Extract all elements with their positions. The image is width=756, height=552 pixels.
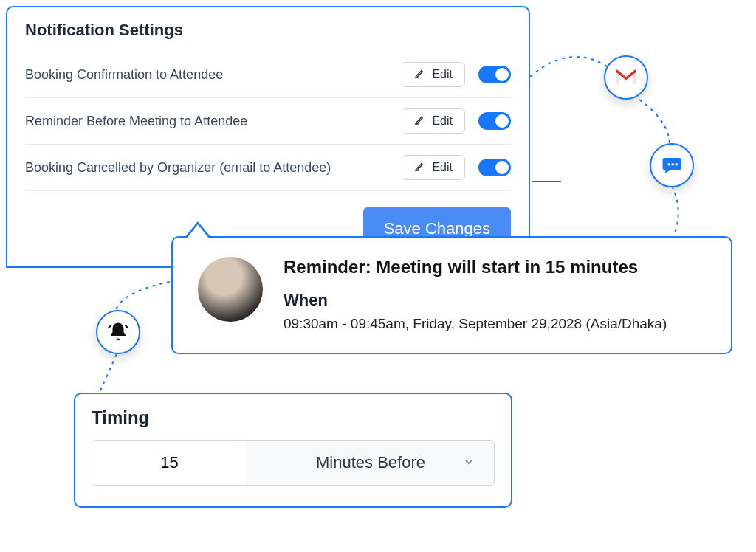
edit-button-label: Edit	[432, 68, 453, 81]
edit-button[interactable]: Edit	[402, 108, 465, 134]
reminder-title: Reminder: Meeting will start in 15 minut…	[284, 257, 667, 277]
timing-value-input[interactable]	[92, 441, 247, 485]
divider-line	[532, 181, 561, 182]
edit-button[interactable]: Edit	[402, 62, 465, 87]
notification-settings-card: Notification Settings Booking Confirmati…	[6, 6, 530, 268]
row-actions: Edit	[402, 108, 511, 134]
svg-point-1	[672, 163, 675, 166]
setting-row-confirmation: Booking Confirmation to Attendee Edit	[25, 52, 511, 98]
timing-row: Minutes Before	[92, 440, 495, 486]
timing-card: Timing Minutes Before	[74, 393, 512, 508]
pencil-icon	[414, 67, 426, 82]
pencil-icon	[414, 114, 426, 128]
setting-label: Booking Confirmation to Attendee	[25, 67, 223, 83]
row-actions: Edit	[402, 155, 511, 180]
svg-point-0	[668, 163, 671, 166]
chevron-down-icon	[463, 453, 475, 472]
setting-label: Booking Cancelled by Organizer (email to…	[25, 160, 331, 176]
pencil-icon	[414, 160, 426, 175]
gmail-icon	[604, 55, 648, 100]
setting-row-cancelled: Booking Cancelled by Organizer (email to…	[25, 145, 511, 191]
when-label: When	[284, 291, 667, 310]
toggle-switch[interactable]	[478, 66, 511, 83]
avatar	[198, 257, 263, 322]
toggle-switch[interactable]	[478, 159, 511, 176]
reminder-popover: Reminder: Meeting will start in 15 minut…	[171, 236, 732, 354]
reminder-text: Reminder: Meeting will start in 15 minut…	[284, 257, 667, 332]
bell-icon	[96, 310, 140, 354]
setting-label: Reminder Before Meeting to Attendee	[25, 114, 247, 129]
toggle-switch[interactable]	[478, 112, 511, 130]
row-actions: Edit	[402, 62, 511, 87]
edit-button[interactable]: Edit	[402, 155, 465, 180]
setting-row-reminder: Reminder Before Meeting to Attendee Edit	[25, 98, 511, 145]
edit-button-label: Edit	[432, 114, 453, 128]
svg-point-2	[676, 163, 678, 166]
chat-bubble-icon	[650, 143, 694, 187]
timing-unit-label: Minutes Before	[316, 453, 425, 472]
timing-unit-select[interactable]: Minutes Before	[247, 441, 494, 485]
settings-title: Notification Settings	[25, 21, 511, 40]
timing-title: Timing	[92, 407, 495, 428]
when-value: 09:30am - 09:45am, Friday, September 29,…	[284, 316, 667, 332]
edit-button-label: Edit	[432, 161, 453, 174]
